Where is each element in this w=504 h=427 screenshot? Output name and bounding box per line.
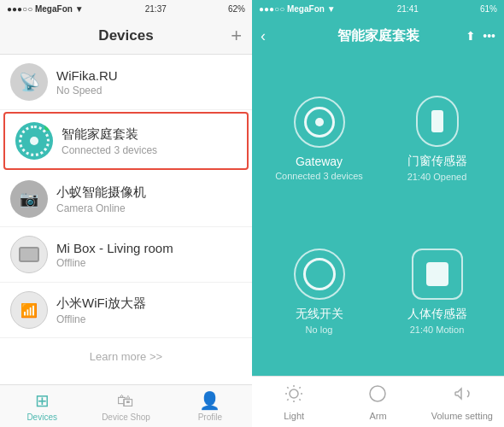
window-sensor-shape-icon bbox=[431, 110, 443, 132]
switch-circle-icon bbox=[303, 258, 336, 290]
device-name-mibox: Mi Box - Living room bbox=[56, 241, 242, 255]
device-icon-mibox bbox=[10, 236, 48, 273]
left-time: 21:37 bbox=[145, 4, 167, 14]
arm-tab-icon bbox=[367, 383, 388, 409]
right-tab-light[interactable]: Light bbox=[252, 383, 336, 421]
right-tab-bar: Light Arm Volume setting bbox=[252, 376, 504, 427]
mibox-icon bbox=[19, 247, 39, 262]
light-tab-label: Light bbox=[284, 411, 304, 421]
left-tab-bar: ⊞ Devices 🛍 Device Shop 👤 Profile bbox=[0, 384, 252, 427]
right-header-title: 智能家庭套装 bbox=[337, 27, 419, 45]
right-header: ‹ 智能家庭套装 ⬆ ••• bbox=[252, 17, 504, 55]
device-item-smarthome[interactable]: 智能家庭套装 Connected 3 devices bbox=[3, 112, 249, 170]
volume-tab-label: Volume setting bbox=[431, 411, 493, 421]
left-carrier: ●●●○○ MegaFon ▼ bbox=[7, 4, 84, 14]
grid-cell-body-sensor[interactable]: 人体传感器 21:40 Motion bbox=[378, 216, 495, 368]
device-icon-smarthome bbox=[15, 122, 53, 160]
svg-line-7 bbox=[287, 399, 288, 400]
learn-more-link[interactable]: Learn more >> bbox=[0, 338, 252, 375]
right-time: 21:41 bbox=[397, 4, 419, 14]
svg-point-9 bbox=[370, 386, 385, 401]
right-battery: 61% bbox=[480, 4, 497, 14]
device-item-camera[interactable]: 📷 小蚁智能摄像机 Camera Online bbox=[0, 172, 252, 227]
left-header: Devices + bbox=[0, 17, 252, 55]
gateway-icon-wrap bbox=[294, 97, 345, 148]
light-tab-icon bbox=[284, 383, 304, 409]
right-carrier: ●●●○○ MegaFon ▼ bbox=[259, 4, 336, 14]
right-tab-arm[interactable]: Arm bbox=[336, 383, 419, 421]
svg-line-8 bbox=[300, 387, 301, 388]
left-header-title: Devices bbox=[98, 27, 153, 44]
gateway-ring-icon bbox=[304, 107, 335, 137]
device-info-wifika: WiFika.RU No Speed bbox=[56, 68, 242, 97]
grid-cell-window-sensor[interactable]: 门窗传感器 21:40 Opened bbox=[378, 63, 495, 215]
device-item-miwifi[interactable]: 📶 小米WiFi放大器 Offline bbox=[0, 283, 252, 338]
share-icon[interactable]: ⬆ bbox=[466, 29, 476, 43]
smarthome-ring-icon bbox=[19, 126, 50, 156]
body-sensor-status: 21:40 Motion bbox=[410, 325, 465, 335]
left-battery: 62% bbox=[228, 4, 245, 14]
camera-icon: 📷 bbox=[20, 190, 38, 208]
svg-line-5 bbox=[287, 387, 288, 388]
devices-tab-icon: ⊞ bbox=[35, 390, 50, 411]
svg-line-6 bbox=[300, 399, 301, 400]
back-button[interactable]: ‹ bbox=[261, 27, 266, 45]
window-sensor-name: 门窗传感器 bbox=[407, 154, 467, 169]
left-status-bar: ●●●○○ MegaFon ▼ 21:37 62% bbox=[0, 0, 252, 17]
body-sensor-icon-wrap bbox=[412, 249, 463, 300]
device-name-miwifi: 小米WiFi放大器 bbox=[56, 295, 242, 312]
grid-cell-wireless-switch[interactable]: 无线开关 No log bbox=[261, 216, 378, 368]
switch-name: 无线开关 bbox=[296, 307, 343, 322]
switch-status: No log bbox=[306, 325, 333, 335]
device-status-miwifi: Offline bbox=[56, 313, 242, 325]
wifika-icon: 📡 bbox=[19, 72, 40, 92]
right-header-actions: ⬆ ••• bbox=[466, 29, 495, 43]
device-item-wifika[interactable]: 📡 WiFika.RU No Speed bbox=[0, 55, 252, 110]
tab-profile[interactable]: 👤 Profile bbox=[168, 390, 252, 422]
device-shop-tab-icon: 🛍 bbox=[117, 391, 134, 411]
right-panel: ●●●○○ MegaFon ▼ 21:41 61% ‹ 智能家庭套装 ⬆ •••… bbox=[252, 0, 504, 427]
window-sensor-status: 21:40 Opened bbox=[407, 172, 467, 182]
device-icon-wifika: 📡 bbox=[10, 63, 48, 101]
device-name-smarthome: 智能家庭套装 bbox=[62, 126, 237, 143]
profile-tab-icon: 👤 bbox=[199, 390, 220, 411]
tab-device-shop-label: Device Shop bbox=[102, 412, 150, 422]
device-info-smarthome: 智能家庭套装 Connected 3 devices bbox=[62, 126, 237, 156]
device-status-camera: Camera Online bbox=[56, 202, 242, 214]
device-status-mibox: Offline bbox=[56, 257, 242, 269]
device-icon-miwifi: 📶 bbox=[10, 291, 48, 329]
switch-icon-wrap bbox=[294, 249, 345, 300]
device-list: 📡 WiFika.RU No Speed 智能家庭套装 Connected 3 … bbox=[0, 55, 252, 384]
device-info-camera: 小蚁智能摄像机 Camera Online bbox=[56, 184, 242, 214]
tab-profile-label: Profile bbox=[198, 412, 222, 422]
device-info-miwifi: 小米WiFi放大器 Offline bbox=[56, 295, 242, 325]
more-icon[interactable]: ••• bbox=[483, 29, 495, 43]
device-status-smarthome: Connected 3 devices bbox=[62, 144, 237, 156]
device-status-wifika: No Speed bbox=[56, 85, 242, 97]
device-item-mibox[interactable]: Mi Box - Living room Offline bbox=[0, 227, 252, 283]
tab-devices-label: Devices bbox=[26, 412, 57, 422]
body-sensor-square-icon bbox=[426, 262, 448, 286]
gateway-status: Connected 3 devices bbox=[275, 171, 363, 181]
device-name-wifika: WiFika.RU bbox=[56, 68, 242, 83]
wifi-icon: 📶 bbox=[21, 302, 38, 319]
volume-tab-icon bbox=[452, 383, 472, 409]
online-dot bbox=[44, 124, 51, 131]
device-grid: Gateway Connected 3 devices 门窗传感器 21:40 … bbox=[252, 55, 504, 376]
tab-devices[interactable]: ⊞ Devices bbox=[0, 390, 84, 422]
grid-cell-gateway[interactable]: Gateway Connected 3 devices bbox=[261, 63, 378, 215]
right-tab-volume[interactable]: Volume setting bbox=[420, 383, 504, 421]
add-device-button[interactable]: + bbox=[231, 25, 242, 47]
device-name-camera: 小蚁智能摄像机 bbox=[56, 184, 242, 201]
right-status-bar: ●●●○○ MegaFon ▼ 21:41 61% bbox=[252, 0, 504, 17]
body-sensor-name: 人体传感器 bbox=[407, 307, 467, 322]
device-icon-camera: 📷 bbox=[10, 180, 48, 218]
device-info-mibox: Mi Box - Living room Offline bbox=[56, 241, 242, 269]
arm-tab-label: Arm bbox=[369, 411, 386, 421]
svg-point-0 bbox=[290, 389, 298, 398]
left-panel: ●●●○○ MegaFon ▼ 21:37 62% Devices + 📡 Wi… bbox=[0, 0, 252, 427]
window-sensor-icon-wrap bbox=[416, 96, 459, 147]
tab-device-shop[interactable]: 🛍 Device Shop bbox=[84, 391, 167, 422]
gateway-name: Gateway bbox=[296, 155, 343, 168]
